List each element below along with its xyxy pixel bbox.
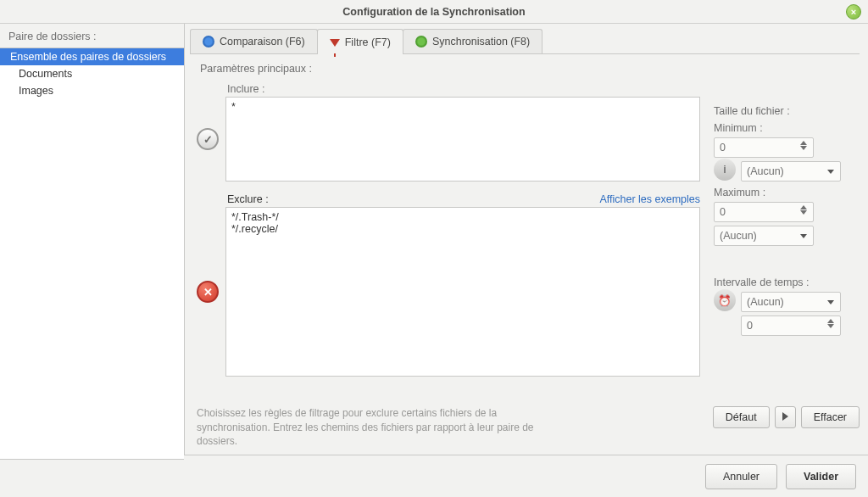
max-size-spinner[interactable]: 0 [714,202,814,222]
close-icon: × [847,5,860,19]
min-label: Minimum : [714,122,851,134]
bottom-bar: Annuler Valider [0,455,868,497]
sidebar: Paire de dossiers : Ensemble des paires … [0,24,185,455]
cancel-button[interactable]: Annuler [705,464,777,489]
gear-icon [415,36,427,47]
arrow-up-icon [827,319,834,323]
arrow-down-icon [800,210,807,215]
list-item-label: Ensemble des paires de dossiers [10,51,166,63]
time-value-spinner[interactable]: 0 [741,316,841,336]
tabs: Comparaison (F6) Filtre (F7) Synchronisa… [190,29,860,54]
min-unit-combo[interactable]: (Aucun) [741,161,841,181]
chevron-down-icon [825,170,837,174]
default-button[interactable]: Défaut [713,406,770,428]
tab-label: Filtre (F7) [345,36,391,48]
exclude-label: Exclure : [227,193,269,205]
hint-buttons: Défaut Effacer [713,406,860,428]
include-row: ✓ [197,97,700,181]
show-examples-link[interactable]: Afficher les exemples [599,193,700,205]
min-size-value: 0 [720,142,726,154]
titlebar: Configuration de la Synchronisation × [0,0,868,24]
chevron-down-icon [825,300,837,304]
close-button[interactable]: × [846,4,861,20]
main-params-title: Paramètres principaux : [190,54,860,80]
max-unit-combo[interactable]: (Aucun) [714,226,814,246]
window-title: Configuration de la Synchronisation [342,6,525,18]
max-unit-value: (Aucun) [720,230,757,242]
list-item-images[interactable]: Images [0,82,184,99]
default-menu-button[interactable] [775,406,796,428]
list-item-all-pairs[interactable]: Ensemble des paires de dossiers [0,48,184,65]
max-size-value: 0 [720,206,726,218]
include-label: Inclure : [227,83,700,95]
exclude-header: Exclure : Afficher les exemples [227,193,700,205]
check-icon: ✓ [197,128,219,150]
min-size-spinner[interactable]: 0 [714,137,814,158]
tab-filter[interactable]: Filtre (F7) [317,29,403,54]
time-value: 0 [747,320,753,332]
list-item-documents[interactable]: Documents [0,65,184,82]
filter-columns: Inclure : ✓ Exclure : Afficher les exemp… [197,80,700,377]
spinner-arrows[interactable] [798,141,810,150]
ok-button[interactable]: Valider [786,464,856,489]
tab-label: Comparaison (F6) [220,36,305,47]
play-icon [782,412,788,421]
gear-icon [203,36,214,47]
content: Comparaison (F6) Filtre (F7) Synchronisa… [185,24,868,455]
list-item-label: Images [19,85,53,97]
arrow-down-icon [827,324,834,328]
hint-text: Choisissez les règles de filtrage pour e… [197,406,561,448]
time-unit-value: (Aucun) [747,296,784,308]
cross-icon: ✕ [197,281,219,303]
filesize-title: Taille du fichier : [714,105,851,117]
list-item-label: Documents [19,68,72,80]
hint-row: Choisissez les règles de filtrage pour e… [197,406,860,448]
exclude-textarea[interactable] [225,207,700,377]
arrow-up-icon [800,141,807,145]
info-icon: i [714,159,736,181]
max-label: Maximum : [714,187,851,198]
spinner-arrows[interactable] [825,319,837,328]
tab-sync[interactable]: Synchronisation (F8) [403,29,542,53]
arrow-down-icon [800,146,807,150]
funnel-icon [330,39,340,47]
exclude-row: ✕ [197,207,700,377]
timerange-title: Intervalle de temps : [714,276,851,288]
tab-label: Synchronisation (F8) [432,36,530,47]
clear-button[interactable]: Effacer [801,406,860,428]
main-form: Inclure : ✓ Exclure : Afficher les exemp… [190,80,860,377]
chevron-down-icon [798,234,810,238]
time-unit-combo[interactable]: (Aucun) [741,292,841,312]
clock-icon: ⏰ [714,289,736,311]
body: Paire de dossiers : Ensemble des paires … [0,24,868,455]
right-column: Taille du fichier : Minimum : 0 i (Aucun… [714,80,851,377]
sidebar-title: Paire de dossiers : [0,29,184,47]
arrow-up-icon [800,205,807,209]
include-textarea[interactable] [225,97,700,181]
spinner-arrows[interactable] [798,205,810,215]
folder-pair-list: Ensemble des paires de dossiers Document… [0,47,184,460]
min-unit-value: (Aucun) [747,165,784,177]
tab-compare[interactable]: Comparaison (F6) [190,29,318,53]
